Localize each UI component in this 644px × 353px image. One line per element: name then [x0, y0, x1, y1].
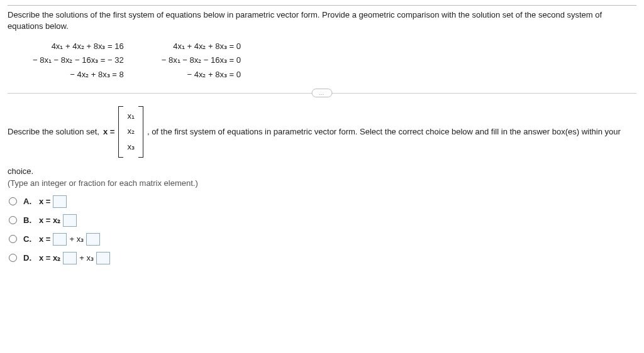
radio-d[interactable]	[9, 254, 17, 262]
option-a-box[interactable]	[53, 195, 67, 208]
describe-prompt: Describe the solution set, x = x₁ x₂ x₃ …	[8, 106, 636, 158]
system-1: 4x₁ + 4x₂ + 8x₃ = 16 − 8x₁ − 8x₂ − 16x₃ …	[33, 40, 124, 81]
option-b-label: B.	[23, 215, 31, 225]
radio-c[interactable]	[9, 235, 17, 243]
equation-systems: 4x₁ + 4x₂ + 8x₃ = 16 − 8x₁ − 8x₂ − 16x₃ …	[33, 40, 636, 81]
option-c-box2[interactable]	[86, 233, 100, 246]
vector-bracket: x₁ x₂ x₃	[118, 106, 143, 158]
sys1-eq2: − 8x₁ − 8x₂ − 16x₃ = − 32	[33, 53, 124, 67]
option-d[interactable]: D. x = x₂ + x₃	[9, 252, 636, 264]
ellipsis-icon[interactable]: …	[312, 89, 333, 97]
option-b-box[interactable]	[63, 214, 77, 227]
option-b[interactable]: B. x = x₂	[9, 214, 636, 227]
option-c[interactable]: C. x = + x₃	[9, 233, 636, 246]
sys1-eq3: − 4x₂ + 8x₃ = 8	[70, 68, 124, 82]
option-b-expr: x = x₂	[39, 214, 77, 227]
option-a[interactable]: A. x =	[9, 195, 636, 208]
system-2: 4x₁ + 4x₂ + 8x₃ = 0 − 8x₁ − 8x₂ − 16x₃ =…	[162, 40, 241, 81]
type-hint: (Type an integer or fraction for each ma…	[8, 178, 636, 188]
sys2-eq1: 4x₁ + 4x₂ + 8x₃ = 0	[173, 40, 241, 53]
x-equals-label: x =	[103, 126, 114, 138]
describe-post: , of the first system of equations in pa…	[147, 126, 621, 138]
option-a-expr: x =	[39, 195, 67, 208]
vec-x2: x₂	[127, 124, 135, 139]
sys2-eq2: − 8x₁ − 8x₂ − 16x₃ = 0	[162, 53, 241, 67]
option-d-box2[interactable]	[96, 252, 110, 264]
section-divider: …	[8, 93, 636, 94]
sys2-eq3: − 4x₂ + 8x₃ = 0	[187, 68, 242, 82]
sys1-eq1: 4x₁ + 4x₂ + 8x₃ = 16	[52, 40, 124, 53]
option-c-box1[interactable]	[53, 233, 67, 246]
option-d-expr: x = x₂ + x₃	[39, 252, 110, 264]
answer-options: A. x = B. x = x₂ C. x = + x₃ D. x = x₂ +…	[9, 195, 636, 264]
option-c-label: C.	[23, 234, 31, 244]
radio-b[interactable]	[9, 216, 17, 224]
question-text: Describe the solutions of the first syst…	[8, 5, 636, 32]
option-a-label: A.	[23, 197, 31, 206]
option-c-expr: x = + x₃	[39, 233, 100, 246]
vec-x1: x₁	[127, 109, 135, 124]
vec-x3: x₃	[127, 139, 135, 155]
option-d-box1[interactable]	[63, 252, 77, 264]
radio-a[interactable]	[9, 197, 17, 205]
choice-word: choice.	[8, 166, 636, 176]
option-d-label: D.	[23, 253, 31, 263]
describe-pre: Describe the solution set,	[8, 126, 99, 138]
